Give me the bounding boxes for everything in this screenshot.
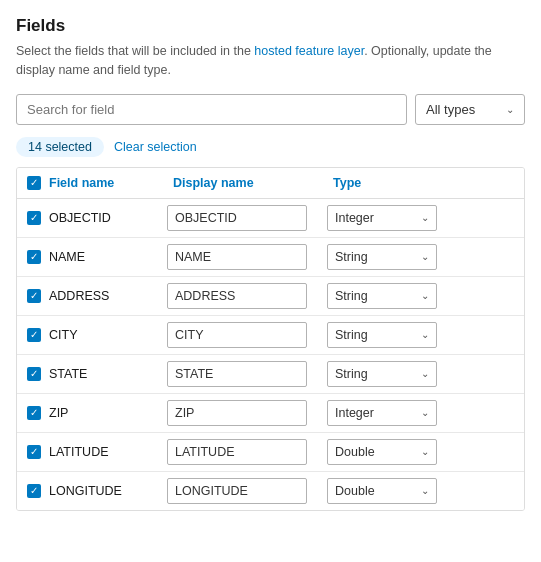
table-row: ✓ NAME String ⌄ xyxy=(17,238,524,277)
chevron-down-icon: ⌄ xyxy=(506,104,514,115)
search-row: All types ⌄ xyxy=(16,94,525,125)
row-display-cell xyxy=(167,205,327,231)
chevron-down-icon: ⌄ xyxy=(421,446,429,457)
chevron-down-icon: ⌄ xyxy=(421,407,429,418)
type-select[interactable]: Integer ⌄ xyxy=(327,205,437,231)
row-name-cell: ✓ NAME xyxy=(27,250,167,264)
display-name-input[interactable] xyxy=(167,283,307,309)
header-checkbox[interactable]: ✓ xyxy=(27,176,41,190)
type-select-label: Double xyxy=(335,484,415,498)
row-name-cell: ✓ CITY xyxy=(27,328,167,342)
row-checkbox[interactable]: ✓ xyxy=(27,406,41,420)
clear-selection-link[interactable]: Clear selection xyxy=(114,140,197,154)
checkmark-icon: ✓ xyxy=(30,447,38,457)
row-type-cell: Double ⌄ xyxy=(327,478,514,504)
type-select-label: String xyxy=(335,328,415,342)
table-row: ✓ ZIP Integer ⌄ xyxy=(17,394,524,433)
type-select-label: String xyxy=(335,289,415,303)
row-type-cell: Integer ⌄ xyxy=(327,205,514,231)
checkmark-icon: ✓ xyxy=(30,178,38,188)
field-name: ADDRESS xyxy=(49,289,109,303)
display-name-input[interactable] xyxy=(167,439,307,465)
chevron-down-icon: ⌄ xyxy=(421,368,429,379)
selected-badge: 14 selected xyxy=(16,137,104,157)
display-name-input[interactable] xyxy=(167,244,307,270)
type-select-label: String xyxy=(335,250,415,264)
table-row: ✓ OBJECTID Integer ⌄ xyxy=(17,199,524,238)
table-row: ✓ ADDRESS String ⌄ xyxy=(17,277,524,316)
row-name-cell: ✓ LATITUDE xyxy=(27,445,167,459)
type-select[interactable]: String ⌄ xyxy=(327,244,437,270)
checkmark-icon: ✓ xyxy=(30,291,38,301)
col-field-name-header: Field name xyxy=(49,176,114,190)
checkmark-icon: ✓ xyxy=(30,252,38,262)
description-text-1: Select the fields that will be included … xyxy=(16,44,254,58)
table-scroll-area[interactable]: ✓ OBJECTID Integer ⌄ ✓ NAME String ⌄ xyxy=(17,199,524,510)
row-name-cell: ✓ ZIP xyxy=(27,406,167,420)
header-field-name-cell: ✓ Field name xyxy=(27,176,167,190)
display-name-input[interactable] xyxy=(167,205,307,231)
type-select[interactable]: Double ⌄ xyxy=(327,478,437,504)
field-name: STATE xyxy=(49,367,87,381)
row-display-cell xyxy=(167,283,327,309)
row-name-cell: ✓ OBJECTID xyxy=(27,211,167,225)
chevron-down-icon: ⌄ xyxy=(421,290,429,301)
field-name: CITY xyxy=(49,328,77,342)
display-name-input[interactable] xyxy=(167,400,307,426)
col-display-name-header: Display name xyxy=(167,176,327,190)
row-name-cell: ✓ STATE xyxy=(27,367,167,381)
type-select[interactable]: Integer ⌄ xyxy=(327,400,437,426)
type-select[interactable]: String ⌄ xyxy=(327,283,437,309)
table-row: ✓ LONGITUDE Double ⌄ xyxy=(17,472,524,510)
row-display-cell xyxy=(167,322,327,348)
row-checkbox[interactable]: ✓ xyxy=(27,328,41,342)
table-row: ✓ CITY String ⌄ xyxy=(17,316,524,355)
row-display-cell xyxy=(167,400,327,426)
type-select-label: Integer xyxy=(335,406,415,420)
display-name-input[interactable] xyxy=(167,361,307,387)
type-select-label: Double xyxy=(335,445,415,459)
chevron-down-icon: ⌄ xyxy=(421,251,429,262)
row-checkbox[interactable]: ✓ xyxy=(27,250,41,264)
page-title: Fields xyxy=(16,16,525,36)
row-name-cell: ✓ ADDRESS xyxy=(27,289,167,303)
chevron-down-icon: ⌄ xyxy=(421,485,429,496)
table-row: ✓ STATE String ⌄ xyxy=(17,355,524,394)
row-checkbox[interactable]: ✓ xyxy=(27,367,41,381)
table-row: ✓ LATITUDE Double ⌄ xyxy=(17,433,524,472)
type-dropdown-label: All types xyxy=(426,102,498,117)
row-checkbox[interactable]: ✓ xyxy=(27,445,41,459)
row-type-cell: String ⌄ xyxy=(327,322,514,348)
row-checkbox[interactable]: ✓ xyxy=(27,484,41,498)
table-header: ✓ Field name Display name Type xyxy=(17,168,524,199)
type-select-label: Integer xyxy=(335,211,415,225)
type-select[interactable]: String ⌄ xyxy=(327,322,437,348)
row-checkbox[interactable]: ✓ xyxy=(27,211,41,225)
field-name: LATITUDE xyxy=(49,445,109,459)
row-type-cell: String ⌄ xyxy=(327,244,514,270)
row-type-cell: Integer ⌄ xyxy=(327,400,514,426)
row-type-cell: String ⌄ xyxy=(327,283,514,309)
field-name: NAME xyxy=(49,250,85,264)
type-select[interactable]: Double ⌄ xyxy=(327,439,437,465)
checkmark-icon: ✓ xyxy=(30,330,38,340)
row-type-cell: Double ⌄ xyxy=(327,439,514,465)
display-name-input[interactable] xyxy=(167,478,307,504)
type-dropdown[interactable]: All types ⌄ xyxy=(415,94,525,125)
type-select-label: String xyxy=(335,367,415,381)
selection-row: 14 selected Clear selection xyxy=(16,137,525,157)
type-select[interactable]: String ⌄ xyxy=(327,361,437,387)
field-name: OBJECTID xyxy=(49,211,111,225)
row-checkbox[interactable]: ✓ xyxy=(27,289,41,303)
checkmark-icon: ✓ xyxy=(30,213,38,223)
display-name-input[interactable] xyxy=(167,322,307,348)
chevron-down-icon: ⌄ xyxy=(421,212,429,223)
field-name: LONGITUDE xyxy=(49,484,122,498)
row-display-cell xyxy=(167,478,327,504)
hosted-feature-layer-link[interactable]: hosted feature layer xyxy=(254,44,364,58)
search-input[interactable] xyxy=(16,94,407,125)
row-display-cell xyxy=(167,361,327,387)
fields-table: ✓ Field name Display name Type ✓ OBJECTI… xyxy=(16,167,525,511)
row-type-cell: String ⌄ xyxy=(327,361,514,387)
row-display-cell xyxy=(167,244,327,270)
